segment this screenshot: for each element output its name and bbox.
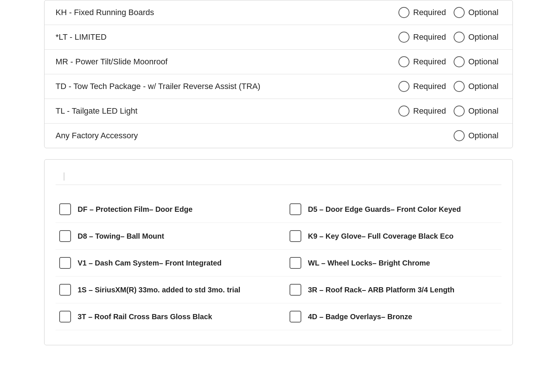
required-label-mr: Required bbox=[413, 57, 446, 67]
checkbox-wl[interactable] bbox=[290, 257, 301, 269]
required-group-tl: Required bbox=[398, 106, 446, 117]
option-label-lt: *LT - LIMITED bbox=[56, 32, 398, 42]
checkbox-label-k9: K9 – Key Glove– Full Coverage Black Eco bbox=[308, 232, 454, 240]
checkbox-d8[interactable] bbox=[59, 230, 71, 242]
option-controls-lt: RequiredOptional bbox=[398, 32, 501, 43]
checkbox-3t[interactable] bbox=[59, 311, 71, 322]
required-label-lt: Required bbox=[413, 32, 446, 42]
required-group-kh: Required bbox=[398, 7, 446, 18]
option-row-any: Any Factory AccessoryOptional bbox=[45, 124, 512, 148]
checkbox-4d[interactable] bbox=[290, 311, 301, 322]
required-radio-td[interactable] bbox=[398, 81, 409, 92]
header-divider: | bbox=[63, 171, 65, 181]
option-row-lt: *LT - LIMITEDRequiredOptional bbox=[45, 25, 512, 50]
checkbox-label-d5: D5 – Door Edge Guards– Front Color Keyed bbox=[308, 205, 461, 214]
optional-radio-td[interactable] bbox=[454, 81, 465, 92]
checkbox-label-1s: 1S – SiriusXM(R) 33mo. added to std 3mo.… bbox=[78, 286, 240, 294]
optional-group-td: Optional bbox=[454, 81, 501, 92]
optional-radio-any[interactable] bbox=[454, 130, 465, 141]
checkbox-item-4d: 4D – Badge Overlays– Bronze bbox=[278, 303, 501, 330]
option-controls-tl: RequiredOptional bbox=[398, 106, 501, 117]
checkbox-item-df: DF – Protection Film– Door Edge bbox=[56, 196, 278, 223]
required-group-mr: Required bbox=[398, 56, 446, 67]
optional-radio-kh[interactable] bbox=[454, 7, 465, 18]
checkbox-df[interactable] bbox=[59, 203, 71, 215]
option-label-any: Any Factory Accessory bbox=[56, 131, 454, 140]
optional-radio-tl[interactable] bbox=[454, 106, 465, 117]
optional-group-tl: Optional bbox=[454, 106, 501, 117]
optional-group-any: Optional bbox=[454, 130, 501, 141]
checkbox-item-v1: V1 – Dash Cam System– Front Integrated bbox=[56, 250, 278, 277]
required-radio-kh[interactable] bbox=[398, 7, 409, 18]
optional-label-mr: Optional bbox=[468, 57, 501, 67]
required-radio-tl[interactable] bbox=[398, 106, 409, 117]
optional-label-lt: Optional bbox=[468, 32, 501, 42]
required-radio-lt[interactable] bbox=[398, 32, 409, 43]
checkbox-label-d8: D8 – Towing– Ball Mount bbox=[78, 232, 164, 240]
optional-group-mr: Optional bbox=[454, 56, 501, 67]
option-controls-kh: RequiredOptional bbox=[398, 7, 501, 18]
post-production-header: | bbox=[56, 171, 501, 185]
required-label-kh: Required bbox=[413, 8, 446, 17]
checkbox-3r[interactable] bbox=[290, 284, 301, 296]
checkbox-item-d5: D5 – Door Edge Guards– Front Color Keyed bbox=[278, 196, 501, 223]
optional-label-any: Optional bbox=[468, 131, 501, 140]
optional-group-kh: Optional bbox=[454, 7, 501, 18]
option-row-mr: MR - Power Tilt/Slide MoonroofRequiredOp… bbox=[45, 50, 512, 74]
required-label-td: Required bbox=[413, 82, 446, 91]
checkbox-v1[interactable] bbox=[59, 257, 71, 269]
option-row-kh: KH - Fixed Running BoardsRequiredOptiona… bbox=[45, 0, 512, 25]
options-section: KH - Fixed Running BoardsRequiredOptiona… bbox=[44, 0, 513, 148]
post-production-section: | DF – Protection Film– Door EdgeD5 – Do… bbox=[44, 159, 513, 345]
checkbox-item-wl: WL – Wheel Locks– Bright Chrome bbox=[278, 250, 501, 277]
optional-group-lt: Optional bbox=[454, 32, 501, 43]
checkbox-item-d8: D8 – Towing– Ball Mount bbox=[56, 223, 278, 250]
checkbox-label-4d: 4D – Badge Overlays– Bronze bbox=[308, 313, 412, 321]
checkbox-label-df: DF – Protection Film– Door Edge bbox=[78, 205, 192, 214]
option-row-tl: TL - Tailgate LED LightRequiredOptional bbox=[45, 99, 512, 124]
option-label-kh: KH - Fixed Running Boards bbox=[56, 8, 398, 17]
checkbox-k9[interactable] bbox=[290, 230, 301, 242]
checkbox-item-1s: 1S – SiriusXM(R) 33mo. added to std 3mo.… bbox=[56, 277, 278, 303]
optional-radio-lt[interactable] bbox=[454, 32, 465, 43]
option-row-td: TD - Tow Tech Package - w/ Trailer Rever… bbox=[45, 74, 512, 99]
checkbox-grid: DF – Protection Film– Door EdgeD5 – Door… bbox=[56, 196, 501, 330]
required-group-td: Required bbox=[398, 81, 446, 92]
required-label-tl: Required bbox=[413, 106, 446, 116]
optional-label-kh: Optional bbox=[468, 8, 501, 17]
option-label-tl: TL - Tailgate LED Light bbox=[56, 106, 398, 116]
option-label-td: TD - Tow Tech Package - w/ Trailer Rever… bbox=[56, 82, 398, 91]
checkbox-item-k9: K9 – Key Glove– Full Coverage Black Eco bbox=[278, 223, 501, 250]
checkbox-item-3r: 3R – Roof Rack– ARB Platform 3/4 Length bbox=[278, 277, 501, 303]
checkbox-label-3r: 3R – Roof Rack– ARB Platform 3/4 Length bbox=[308, 286, 454, 294]
optional-label-tl: Optional bbox=[468, 106, 501, 116]
required-radio-mr[interactable] bbox=[398, 56, 409, 67]
checkbox-d5[interactable] bbox=[290, 203, 301, 215]
option-controls-mr: RequiredOptional bbox=[398, 56, 501, 67]
checkbox-label-wl: WL – Wheel Locks– Bright Chrome bbox=[308, 259, 430, 267]
option-controls-td: RequiredOptional bbox=[398, 81, 501, 92]
checkbox-item-3t: 3T – Roof Rail Cross Bars Gloss Black bbox=[56, 303, 278, 330]
required-group-lt: Required bbox=[398, 32, 446, 43]
option-label-mr: MR - Power Tilt/Slide Moonroof bbox=[56, 57, 398, 67]
optional-radio-mr[interactable] bbox=[454, 56, 465, 67]
checkbox-label-v1: V1 – Dash Cam System– Front Integrated bbox=[78, 259, 221, 267]
optional-label-td: Optional bbox=[468, 82, 501, 91]
checkbox-label-3t: 3T – Roof Rail Cross Bars Gloss Black bbox=[78, 313, 212, 321]
option-controls-any: Optional bbox=[454, 130, 501, 141]
checkbox-1s[interactable] bbox=[59, 284, 71, 296]
